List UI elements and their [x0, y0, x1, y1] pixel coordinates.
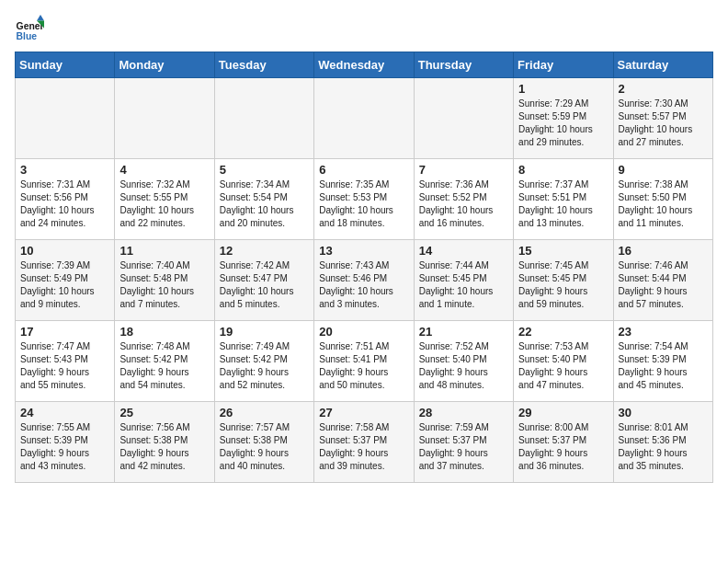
- day-info: Sunrise: 7:55 AM Sunset: 5:39 PM Dayligh…: [20, 421, 109, 473]
- day-number: 6: [319, 163, 408, 177]
- calendar-cell: 1Sunrise: 7:29 AM Sunset: 5:59 PM Daylig…: [514, 78, 613, 159]
- day-number: 17: [20, 325, 109, 339]
- day-number: 11: [119, 244, 209, 258]
- calendar-cell: 7Sunrise: 7:36 AM Sunset: 5:52 PM Daylig…: [414, 159, 513, 240]
- calendar-cell: 13Sunrise: 7:43 AM Sunset: 5:46 PM Dayli…: [314, 240, 414, 321]
- day-number: 22: [518, 325, 608, 339]
- day-number: 29: [518, 406, 608, 419]
- calendar-cell: 8Sunrise: 7:37 AM Sunset: 5:51 PM Daylig…: [514, 159, 613, 240]
- calendar-cell: [214, 78, 313, 159]
- day-number: 10: [20, 244, 109, 258]
- day-info: Sunrise: 7:36 AM Sunset: 5:52 PM Dayligh…: [419, 178, 508, 230]
- calendar-cell: 30Sunrise: 8:01 AM Sunset: 5:36 PM Dayli…: [613, 402, 712, 483]
- day-number: 12: [220, 244, 309, 258]
- weekday-header-wednesday: Wednesday: [314, 52, 414, 78]
- day-number: 1: [518, 82, 608, 96]
- calendar-cell: 11Sunrise: 7:40 AM Sunset: 5:48 PM Dayli…: [115, 240, 214, 321]
- day-number: 19: [220, 325, 309, 339]
- calendar-cell: 10Sunrise: 7:39 AM Sunset: 5:49 PM Dayli…: [16, 240, 115, 321]
- calendar-cell: 29Sunrise: 8:00 AM Sunset: 5:37 PM Dayli…: [514, 402, 613, 483]
- day-number: 13: [319, 244, 408, 258]
- day-info: Sunrise: 7:56 AM Sunset: 5:38 PM Dayligh…: [119, 421, 209, 473]
- calendar-cell: 15Sunrise: 7:45 AM Sunset: 5:45 PM Dayli…: [514, 240, 613, 321]
- calendar-cell: 27Sunrise: 7:58 AM Sunset: 5:37 PM Dayli…: [314, 402, 414, 483]
- day-number: 3: [20, 163, 109, 177]
- calendar-cell: 2Sunrise: 7:30 AM Sunset: 5:57 PM Daylig…: [613, 78, 712, 159]
- day-info: Sunrise: 7:53 AM Sunset: 5:40 PM Dayligh…: [518, 340, 608, 392]
- day-number: 20: [319, 325, 408, 339]
- day-info: Sunrise: 7:30 AM Sunset: 5:57 PM Dayligh…: [619, 98, 708, 149]
- day-info: Sunrise: 7:29 AM Sunset: 5:59 PM Dayligh…: [518, 98, 608, 149]
- day-info: Sunrise: 8:00 AM Sunset: 5:37 PM Dayligh…: [518, 421, 608, 473]
- day-info: Sunrise: 7:52 AM Sunset: 5:40 PM Dayligh…: [419, 340, 508, 392]
- day-number: 30: [619, 406, 708, 419]
- day-info: Sunrise: 7:57 AM Sunset: 5:38 PM Dayligh…: [220, 421, 309, 473]
- calendar-cell: [16, 78, 115, 159]
- calendar-table: SundayMondayTuesdayWednesdayThursdayFrid…: [15, 52, 713, 483]
- day-info: Sunrise: 8:01 AM Sunset: 5:36 PM Dayligh…: [619, 421, 708, 473]
- weekday-header-sunday: Sunday: [16, 52, 115, 78]
- day-info: Sunrise: 7:51 AM Sunset: 5:41 PM Dayligh…: [319, 340, 408, 392]
- calendar-cell: 4Sunrise: 7:32 AM Sunset: 5:55 PM Daylig…: [115, 159, 214, 240]
- calendar-cell: [115, 78, 214, 159]
- weekday-header-tuesday: Tuesday: [214, 52, 313, 78]
- weekday-header-friday: Friday: [514, 52, 613, 78]
- calendar-cell: [314, 78, 414, 159]
- day-info: Sunrise: 7:37 AM Sunset: 5:51 PM Dayligh…: [518, 178, 608, 230]
- calendar-cell: 24Sunrise: 7:55 AM Sunset: 5:39 PM Dayli…: [16, 402, 115, 483]
- day-info: Sunrise: 7:40 AM Sunset: 5:48 PM Dayligh…: [119, 259, 209, 311]
- calendar-cell: 3Sunrise: 7:31 AM Sunset: 5:56 PM Daylig…: [16, 159, 115, 240]
- day-number: 27: [319, 406, 408, 419]
- svg-text:Blue: Blue: [17, 31, 38, 41]
- calendar-cell: 17Sunrise: 7:47 AM Sunset: 5:43 PM Dayli…: [16, 321, 115, 402]
- day-number: 24: [20, 406, 109, 419]
- day-number: 8: [518, 163, 608, 177]
- calendar-cell: 28Sunrise: 7:59 AM Sunset: 5:37 PM Dayli…: [414, 402, 513, 483]
- day-number: 25: [119, 406, 209, 419]
- logo-icon: General Blue: [15, 15, 44, 44]
- calendar-cell: 12Sunrise: 7:42 AM Sunset: 5:47 PM Dayli…: [214, 240, 313, 321]
- day-info: Sunrise: 7:39 AM Sunset: 5:49 PM Dayligh…: [20, 259, 109, 311]
- day-info: Sunrise: 7:58 AM Sunset: 5:37 PM Dayligh…: [319, 421, 408, 473]
- day-info: Sunrise: 7:43 AM Sunset: 5:46 PM Dayligh…: [319, 259, 408, 311]
- day-info: Sunrise: 7:44 AM Sunset: 5:45 PM Dayligh…: [419, 259, 508, 311]
- calendar-cell: 21Sunrise: 7:52 AM Sunset: 5:40 PM Dayli…: [414, 321, 513, 402]
- calendar-cell: 18Sunrise: 7:48 AM Sunset: 5:42 PM Dayli…: [115, 321, 214, 402]
- day-info: Sunrise: 7:48 AM Sunset: 5:42 PM Dayligh…: [119, 340, 209, 392]
- calendar-cell: 14Sunrise: 7:44 AM Sunset: 5:45 PM Dayli…: [414, 240, 513, 321]
- day-number: 23: [619, 325, 708, 339]
- day-number: 5: [220, 163, 309, 177]
- day-info: Sunrise: 7:38 AM Sunset: 5:50 PM Dayligh…: [619, 178, 708, 230]
- calendar-cell: 25Sunrise: 7:56 AM Sunset: 5:38 PM Dayli…: [115, 402, 214, 483]
- day-number: 15: [518, 244, 608, 258]
- day-info: Sunrise: 7:54 AM Sunset: 5:39 PM Dayligh…: [619, 340, 708, 392]
- day-number: 14: [419, 244, 508, 258]
- day-number: 16: [619, 244, 708, 258]
- day-number: 9: [619, 163, 708, 177]
- day-info: Sunrise: 7:31 AM Sunset: 5:56 PM Dayligh…: [20, 178, 109, 230]
- svg-marker-2: [37, 15, 44, 20]
- day-info: Sunrise: 7:42 AM Sunset: 5:47 PM Dayligh…: [220, 259, 309, 311]
- day-number: 2: [619, 82, 708, 96]
- day-info: Sunrise: 7:35 AM Sunset: 5:53 PM Dayligh…: [319, 178, 408, 230]
- calendar-cell: 22Sunrise: 7:53 AM Sunset: 5:40 PM Dayli…: [514, 321, 613, 402]
- day-info: Sunrise: 7:34 AM Sunset: 5:54 PM Dayligh…: [220, 178, 309, 230]
- calendar-cell: 26Sunrise: 7:57 AM Sunset: 5:38 PM Dayli…: [214, 402, 313, 483]
- calendar-cell: 19Sunrise: 7:49 AM Sunset: 5:42 PM Dayli…: [214, 321, 313, 402]
- weekday-header-monday: Monday: [115, 52, 214, 78]
- day-info: Sunrise: 7:47 AM Sunset: 5:43 PM Dayligh…: [20, 340, 109, 392]
- calendar-cell: 20Sunrise: 7:51 AM Sunset: 5:41 PM Dayli…: [314, 321, 414, 402]
- logo: General Blue: [15, 15, 48, 44]
- day-number: 28: [419, 406, 508, 419]
- day-info: Sunrise: 7:45 AM Sunset: 5:45 PM Dayligh…: [518, 259, 608, 311]
- day-number: 18: [119, 325, 209, 339]
- calendar-cell: 16Sunrise: 7:46 AM Sunset: 5:44 PM Dayli…: [613, 240, 712, 321]
- day-info: Sunrise: 7:46 AM Sunset: 5:44 PM Dayligh…: [619, 259, 708, 311]
- calendar-cell: 23Sunrise: 7:54 AM Sunset: 5:39 PM Dayli…: [613, 321, 712, 402]
- day-number: 4: [119, 163, 209, 177]
- calendar-cell: 6Sunrise: 7:35 AM Sunset: 5:53 PM Daylig…: [314, 159, 414, 240]
- weekday-header-thursday: Thursday: [414, 52, 513, 78]
- day-info: Sunrise: 7:49 AM Sunset: 5:42 PM Dayligh…: [220, 340, 309, 392]
- day-info: Sunrise: 7:32 AM Sunset: 5:55 PM Dayligh…: [119, 178, 209, 230]
- calendar-cell: 5Sunrise: 7:34 AM Sunset: 5:54 PM Daylig…: [214, 159, 313, 240]
